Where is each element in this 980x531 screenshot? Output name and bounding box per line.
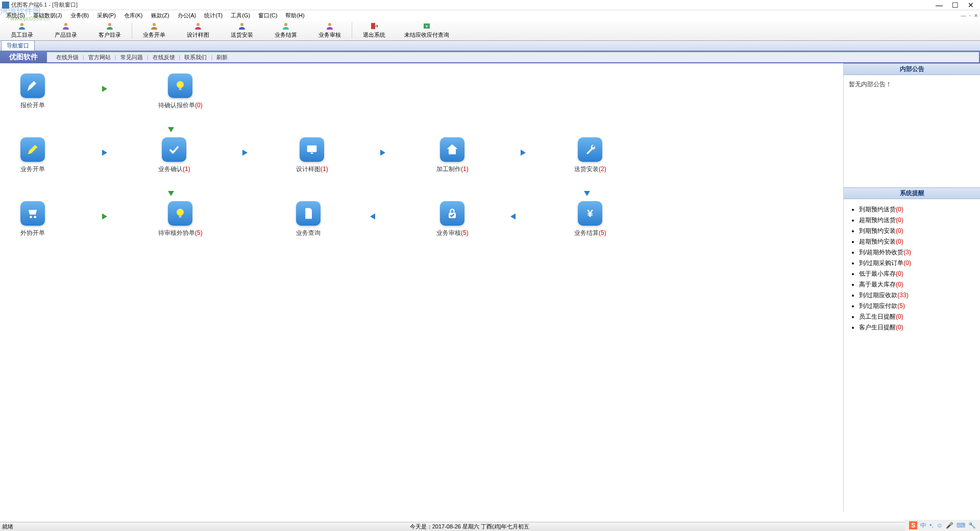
monitor-icon (300, 137, 324, 162)
check-icon (162, 137, 186, 162)
arrow-right-icon (92, 148, 107, 158)
node-business-confirm[interactable]: 业务确认(1) (158, 137, 190, 174)
link-refresh[interactable]: 刷新 (212, 54, 232, 61)
mdi-restore-button[interactable]: ▫ (969, 13, 971, 18)
svg-point-3 (153, 23, 156, 26)
link-feedback[interactable]: 在线反馈 (149, 54, 179, 61)
menu-window[interactable]: 窗口(C) (254, 11, 281, 20)
window-title: 优图客户端6.1 - [导航窗口] (11, 1, 936, 9)
bulb-icon (168, 74, 192, 98)
toolbar-employee-directory[interactable]: 员工目录 (0, 20, 44, 41)
arrow-down-icon (166, 117, 176, 132)
svg-point-7 (328, 23, 331, 26)
maximize-button[interactable]: ☐ (952, 2, 959, 9)
reminder-item[interactable]: 高于最大库存(0) (859, 280, 973, 289)
arrow-left-icon (510, 211, 526, 222)
toolbar-delivery-install[interactable]: 送货安装 (220, 20, 264, 41)
svg-point-15 (30, 216, 32, 219)
bulb-icon (168, 201, 192, 226)
titlebar: 优图客户端6.1 - [导航窗口] — ☐ ✕ (0, 0, 980, 10)
link-faq[interactable]: 常见问题 (116, 54, 147, 61)
reminder-item[interactable]: 到期预约安装(0) (859, 227, 973, 235)
node-pending-quote[interactable]: 待确认报价单(0) (158, 74, 203, 110)
arrow-left-icon (370, 211, 385, 222)
mdi-minimize-button[interactable]: — (961, 13, 966, 18)
workflow-canvas: 报价开单 待确认报价单(0) 业务开单 业务确认(1) 设计样图(1) 加工制作… (0, 63, 843, 512)
node-delivery-install[interactable]: 送货安装(2) (574, 137, 606, 174)
node-design-sample[interactable]: 设计样图(1) (296, 137, 328, 174)
node-business-order[interactable]: 业务开单 (20, 137, 45, 174)
menu-help[interactable]: 帮助(H) (281, 11, 308, 20)
tabstrip: 导航窗口 (0, 41, 980, 51)
toolbar-business-settle[interactable]: 业务结算 (264, 20, 308, 41)
arrow-right-icon (92, 84, 107, 94)
link-contact[interactable]: 联系我们 (180, 54, 211, 61)
menu-tools[interactable]: 工具(G) (227, 11, 254, 20)
menu-office[interactable]: 办公(A) (174, 11, 201, 20)
reminder-item[interactable]: 到/过期采购订单(0) (859, 259, 973, 268)
link-upgrade[interactable]: 在线升级 (52, 54, 83, 61)
arrow-down-icon (582, 181, 592, 196)
cart-icon (20, 201, 45, 226)
house-icon (440, 137, 464, 162)
reminder-item[interactable]: 到/超期外协收货(3) (859, 248, 973, 257)
reminder-item[interactable]: 到/过期应收款(33) (859, 291, 973, 300)
toolbar-exit[interactable]: 退出系统 (352, 20, 396, 41)
svg-point-4 (197, 23, 200, 26)
close-button[interactable]: ✕ (968, 2, 974, 9)
app-icon (2, 2, 9, 9)
reminder-item[interactable]: 员工生日提醒(0) (859, 312, 973, 321)
arrow-right-icon (510, 148, 526, 158)
menu-system[interactable]: 系统(S) (2, 11, 29, 20)
toolbar-business-audit[interactable]: 业务审核 (308, 20, 352, 41)
svg-text:¥: ¥ (587, 207, 593, 219)
menu-stats[interactable]: 统计(T) (200, 11, 227, 20)
svg-point-11 (177, 81, 184, 88)
menu-accounts[interactable]: 账款(Z) (147, 11, 174, 20)
arrow-right-icon (232, 148, 248, 158)
toolbar-customer-directory[interactable]: 客户目录 (88, 20, 132, 41)
node-business-settle[interactable]: ¥ 业务结算(5) (574, 201, 606, 237)
svg-point-5 (240, 23, 243, 26)
node-business-audit[interactable]: 业务审核(5) (436, 201, 469, 237)
reminder-item[interactable]: 到期预约送货(0) (859, 205, 973, 214)
reminder-item[interactable]: 超期预约安装(0) (859, 237, 973, 246)
node-processing[interactable]: 加工制作(1) (436, 137, 469, 174)
svg-point-0 (20, 23, 23, 26)
svg-point-17 (177, 209, 184, 216)
pen-icon (20, 74, 45, 98)
node-outsource-order[interactable]: 外协开单 (20, 201, 45, 237)
menu-business[interactable]: 业务(B) (66, 11, 93, 20)
reminder-item[interactable]: 超期预约送货(0) (859, 216, 973, 225)
wrench-icon (578, 137, 602, 162)
reminder-item[interactable]: 低于最小库存(0) (859, 270, 973, 278)
arrow-right-icon (370, 148, 385, 158)
pencil-icon (20, 137, 45, 162)
svg-rect-8 (371, 23, 375, 29)
toolbar-unsettled-query[interactable]: ¥未结应收应付查询 (396, 20, 457, 41)
toolbar-business-order[interactable]: 业务开单 (132, 20, 176, 41)
node-business-query[interactable]: 业务查询 (296, 201, 321, 237)
menubar: 河源软件园 www.pc0359.cn 系统(S) 基础数据(J) 业务(B) … (0, 10, 980, 20)
toolbar-design-sample[interactable]: 设计样图 (176, 20, 220, 41)
svg-rect-13 (307, 146, 317, 152)
tab-navigation[interactable]: 导航窗口 (1, 40, 35, 51)
node-pending-outsource[interactable]: 待审核外协单(5) (158, 201, 203, 237)
node-quote-order[interactable]: 报价开单 (20, 74, 45, 110)
toolbar-product-directory[interactable]: 产品目录 (44, 20, 88, 41)
menu-warehouse[interactable]: 仓库(K) (120, 11, 147, 20)
mdi-close-button[interactable]: ✕ (974, 13, 978, 18)
menu-purchase[interactable]: 采购(P) (93, 11, 120, 20)
link-official[interactable]: 官方网站 (84, 54, 115, 61)
svg-text:¥: ¥ (425, 24, 428, 29)
svg-rect-12 (179, 88, 182, 90)
lock-check-icon (440, 201, 464, 226)
svg-point-2 (108, 23, 111, 26)
svg-rect-18 (179, 216, 182, 218)
reminder-item[interactable]: 到/过期应付款(5) (859, 302, 973, 310)
minimize-button[interactable]: — (936, 2, 943, 9)
arrow-down-icon (166, 181, 176, 196)
svg-point-6 (284, 23, 287, 26)
reminder-item[interactable]: 客户生日提醒(0) (859, 323, 973, 332)
menu-basedata[interactable]: 基础数据(J) (29, 11, 66, 20)
